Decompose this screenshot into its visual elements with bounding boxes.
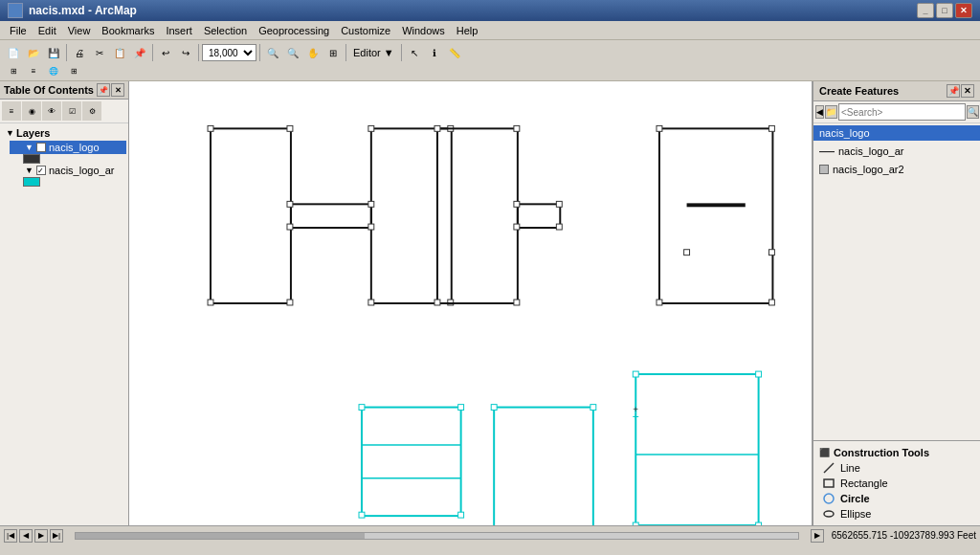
nav-prev-button[interactable]: ◀ [19,529,33,543]
construction-tools-title: ⬛ Construction Tools [819,445,974,460]
line-icon [823,462,835,474]
svg-rect-18 [514,125,520,131]
toc-source-button[interactable]: ◉ [22,101,41,121]
menu-insert[interactable]: Insert [160,24,198,37]
panel-item-nacis-logo-ar2[interactable]: nacis_logo_ar2 [813,162,980,177]
panel-close-button[interactable]: ✕ [961,84,974,98]
zoom-select[interactable]: 18,000 [202,44,256,61]
save-button[interactable]: 💾 [44,43,63,62]
construction-tool-circle[interactable]: Circle [819,491,974,506]
print-button[interactable]: 🖨 [70,43,89,62]
svg-rect-15 [437,128,518,303]
panel-back-button[interactable]: ◀ [815,105,824,119]
panel-folder-button[interactable]: 📁 [825,105,837,119]
construction-tools-section: ⬛ Construction Tools Line Rectangle Cir [813,440,980,525]
menu-windows[interactable]: Windows [396,24,451,37]
zoom-out-button[interactable]: 🔍 [283,43,302,62]
panel-title: Create Features [819,85,899,97]
statusbar-nav: |◀ ◀ ▶ ▶| [4,529,63,543]
pan-button[interactable]: ✋ [303,43,323,62]
editor-dropdown[interactable]: Editor ▼ [349,47,398,58]
construction-tool-rectangle[interactable]: Rectangle [819,476,974,491]
toc-layer-item-nacis-logo[interactable]: ▼ ✓ nacis_logo [10,141,126,154]
nav-first-button[interactable]: |◀ [4,529,17,543]
sep6 [401,44,402,61]
open-button[interactable]: 📂 [24,43,43,62]
toc-selection-button[interactable]: ☑ [62,101,81,121]
svg-rect-45 [635,374,758,525]
redo-button[interactable]: ↪ [176,43,195,62]
identify-button[interactable]: ℹ [425,43,444,62]
panel-item-nacis-logo[interactable]: nacis_logo [813,125,980,141]
toc-expand-icon[interactable]: ▼ [6,128,14,138]
status-coordinates: 6562655.715 -10923789.993 Feet [832,530,976,541]
toc-options-button[interactable]: ⚙ [82,101,101,121]
panel-header-buttons[interactable]: 📌 ✕ [947,84,974,98]
construction-tool-ellipse[interactable]: Ellipse [819,506,974,522]
panel-search-button[interactable]: 🔍 [967,105,979,119]
grid-button[interactable]: ⊞ [64,61,83,80]
panel-item-nacis-logo-ar2-label: nacis_logo_ar2 [833,164,904,175]
titlebar-controls[interactable]: _ □ ✕ [917,3,972,18]
menu-edit[interactable]: Edit [33,24,62,37]
create-features-panel: Create Features 📌 ✕ ◀ 📁 🔍 ▼ nacis_logo —… [813,81,980,525]
toolbar-row-1: 📄 📂 💾 🖨 ✂ 📋 📌 ↩ ↪ 18,000 🔍 🔍 ✋ ⊞ Editor … [2,42,978,63]
layer-button[interactable]: ≡ [24,61,43,80]
construction-tool-line[interactable]: Line [819,460,974,476]
toc-header-buttons[interactable]: 📌 ✕ [97,83,124,97]
svg-rect-31 [684,250,690,255]
menu-view[interactable]: View [62,24,97,37]
svg-rect-55 [824,479,834,487]
nav-next-button[interactable]: ▶ [34,529,48,543]
globe-button[interactable]: 🌐 [44,61,63,80]
undo-button[interactable]: ↩ [156,43,175,62]
map-canvas[interactable]: + [129,81,813,525]
menu-bookmarks[interactable]: Bookmarks [96,24,160,37]
toc-visible-button[interactable]: 👁 [42,101,61,121]
svg-rect-11 [287,201,293,207]
panel-pin-button[interactable]: 📌 [947,84,960,98]
copy-button[interactable]: 📋 [110,43,129,62]
panel-search-input[interactable] [838,103,966,121]
toc-list-button[interactable]: ≡ [2,101,21,121]
nav-scroll-right[interactable]: ▶ [811,529,824,543]
zoom-in-button[interactable]: 🔍 [263,43,282,62]
svg-rect-41 [491,405,497,411]
svg-rect-22 [556,201,562,207]
measure-button[interactable]: 📏 [445,43,464,62]
menu-geoprocessing[interactable]: Geoprocessing [253,24,335,37]
new-button[interactable]: 📄 [4,43,23,62]
svg-rect-34 [359,405,365,411]
minimize-button[interactable]: _ [917,3,934,18]
toc-layer-ar-expand-icon[interactable]: ▼ [25,166,33,175]
svg-point-56 [824,494,834,503]
status-scrollbar[interactable] [75,532,799,540]
toc-pin-button[interactable]: 📌 [97,83,110,97]
cut-button[interactable]: ✂ [90,43,109,62]
paste-button[interactable]: 📌 [130,43,149,62]
svg-rect-35 [458,405,464,411]
toc-layer-nacis-logo-ar: ▼ ✓ nacis_logo_ar [2,164,126,187]
spatial-button[interactable]: ⊞ [4,61,23,80]
toc-layer-ar-checkbox[interactable]: ✓ [36,166,46,175]
select-button[interactable]: ↖ [405,43,424,62]
svg-rect-7 [368,125,374,131]
panel-item-nacis-logo-ar[interactable]: — nacis_logo_ar [813,141,980,162]
close-button[interactable]: ✕ [955,3,972,18]
svg-rect-24 [556,224,562,230]
main-layout: Table Of Contents 📌 ✕ ≡ ◉ 👁 ☑ ⚙ ▼ Layers… [0,81,980,525]
full-extent-button[interactable]: ⊞ [323,43,343,62]
toc-layer-item-nacis-logo-ar[interactable]: ▼ ✓ nacis_logo_ar [10,164,126,177]
panel-list: nacis_logo — nacis_logo_ar nacis_logo_ar… [813,123,980,440]
menu-customize[interactable]: Customize [335,24,396,37]
maximize-button[interactable]: □ [936,3,953,18]
nav-last-button[interactable]: ▶| [50,529,63,543]
toc-layer-expand-icon[interactable]: ▼ [25,143,33,152]
menu-help[interactable]: Help [451,24,484,37]
toc-layer-swatch [23,154,40,164]
toc-header: Table Of Contents 📌 ✕ [0,81,128,100]
toc-close-button[interactable]: ✕ [111,83,124,97]
menu-file[interactable]: File [4,24,33,37]
toc-layer-checkbox[interactable]: ✓ [36,143,46,152]
menu-selection[interactable]: Selection [198,24,253,37]
